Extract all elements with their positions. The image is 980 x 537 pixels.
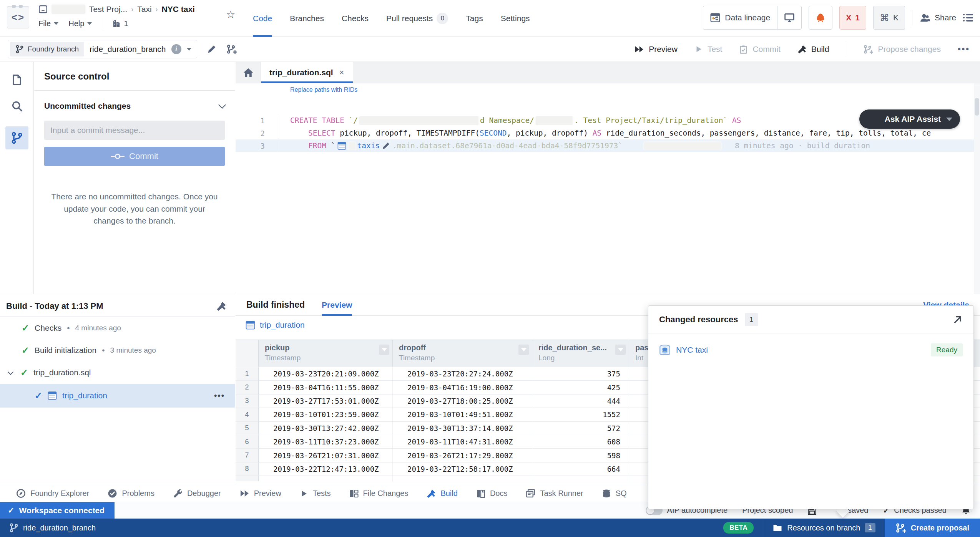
test-button[interactable]: Test	[694, 45, 723, 54]
propose-changes-button[interactable]: Propose changes	[863, 45, 940, 54]
edit-pencil-icon[interactable]	[382, 142, 390, 150]
filter-icon[interactable]	[615, 345, 626, 355]
home-tab[interactable]	[236, 62, 261, 83]
build-step-sql-file[interactable]: ✓ trip_duration.sql	[0, 361, 235, 384]
step-time: 3 minutes ago	[110, 346, 156, 355]
help-menu[interactable]: Help	[68, 19, 92, 28]
tab-pull-requests[interactable]: Pull requests0	[386, 0, 448, 37]
toolbar-task-runner[interactable]: Task Runner	[517, 485, 592, 502]
branch-selector[interactable]: Foundry branch ride_duration_branch i	[8, 40, 197, 58]
create-proposal-button[interactable]: Create proposal	[885, 519, 980, 537]
chevron-down-icon[interactable]	[8, 369, 14, 375]
branch-icon	[11, 132, 23, 144]
step-time: 4 minutes ago	[75, 324, 121, 332]
data-lineage-icon	[710, 13, 720, 23]
command-palette-button[interactable]: ⌘ K	[873, 6, 905, 30]
file-menu[interactable]: File	[38, 19, 58, 28]
repository-logo-icon[interactable]: <>	[7, 6, 29, 28]
chevron-down-icon[interactable]	[946, 118, 952, 121]
book-icon	[476, 489, 485, 498]
scrollbar-thumb[interactable]	[975, 98, 979, 116]
edit-pencil-icon[interactable]	[207, 45, 216, 54]
tab-preview[interactable]: Preview	[322, 294, 352, 316]
toolbar-foundry-explorer[interactable]: Foundry Explorer	[7, 485, 98, 502]
dataset-link[interactable]: trip_duration	[260, 320, 305, 330]
hammer-icon[interactable]	[216, 301, 226, 311]
more-options-icon[interactable]: •••	[214, 391, 225, 400]
build-step-initialization[interactable]: ✓ Build initialization • 3 minutes ago	[0, 339, 235, 361]
check-icon: ✓	[8, 506, 15, 515]
more-options-icon[interactable]: •••	[958, 44, 970, 54]
uncommitted-changes-section[interactable]: Uncommitted changes	[44, 101, 225, 111]
editor-tab-trip-duration[interactable]: trip_duration.sql ×	[261, 62, 353, 83]
toolbar-tests[interactable]: Tests	[291, 485, 340, 502]
new-branch-icon[interactable]	[226, 45, 237, 54]
open-in-window-button[interactable]	[777, 6, 801, 29]
commit-button[interactable]: Commit	[44, 147, 225, 166]
commit-message-input[interactable]	[44, 121, 225, 140]
editor-scrollbar[interactable]	[974, 83, 980, 294]
source-control-rail-item[interactable]	[5, 126, 28, 149]
toolbar-preview[interactable]: Preview	[230, 485, 291, 502]
branch-status-bar: ride_duration_branch BETA Resources on b…	[0, 519, 980, 537]
error-count: 1	[855, 13, 860, 22]
toolbar-sql[interactable]: SQ	[593, 485, 636, 502]
chevron-down-icon	[54, 22, 58, 25]
filter-icon[interactable]	[518, 345, 529, 355]
toolbar-file-changes[interactable]: File Changes	[340, 485, 418, 502]
data-lineage-button[interactable]: Data lineage	[703, 6, 777, 29]
current-branch-indicator[interactable]: ride_duration_branch	[0, 523, 96, 532]
check-icon: ✓	[22, 323, 29, 333]
preview-button[interactable]: Preview	[634, 45, 678, 54]
column-header-dropoff[interactable]: dropoff Timestamp	[393, 340, 532, 367]
double-play-icon	[239, 489, 249, 498]
commit-button-top[interactable]: Commit	[739, 45, 780, 54]
debug-connector-button[interactable]	[809, 6, 832, 30]
column-header-pickup[interactable]: pickup Timestamp	[259, 340, 393, 367]
table-icon	[246, 320, 255, 330]
favorite-star-icon[interactable]: ☆	[226, 8, 235, 21]
resource-link[interactable]: NYC taxi	[676, 345, 708, 355]
build-step-checks[interactable]: ✓ Checks • 4 minutes ago	[0, 317, 235, 339]
redacted-text	[644, 142, 721, 150]
code-editor[interactable]: Replace paths with RIDs 1 CREATE TABLE `…	[236, 83, 980, 294]
chevron-down-icon[interactable]	[187, 48, 191, 51]
tab-code[interactable]: Code	[253, 0, 272, 37]
check-icon: ✓	[22, 345, 29, 356]
column-header-ride-duration[interactable]: ride_duration_se... Long	[532, 340, 629, 367]
toolbar-build[interactable]: Build	[417, 485, 467, 502]
database-icon	[602, 489, 611, 498]
filter-icon[interactable]	[379, 345, 389, 355]
toolbar-debugger[interactable]: Debugger	[164, 485, 230, 502]
hammer-icon	[427, 489, 436, 498]
files-icon[interactable]	[11, 74, 23, 86]
toolbar-docs[interactable]: Docs	[467, 485, 517, 502]
breadcrumb-project[interactable]: Test Proj...	[89, 5, 127, 14]
resources-on-branch-button[interactable]: Resources on branch 1	[763, 519, 885, 537]
tab-branches[interactable]: Branches	[290, 0, 324, 37]
chevron-down-icon	[87, 22, 92, 25]
toolbar-problems[interactable]: Problems	[98, 485, 163, 502]
build-button-top[interactable]: Build	[797, 45, 829, 54]
plug-icon	[815, 12, 826, 23]
share-button[interactable]: Share	[919, 13, 956, 23]
changed-resources-panel: Changed resources 1 NYC taxi Ready	[648, 305, 974, 509]
search-icon[interactable]	[11, 100, 23, 112]
taxis-dataset-link[interactable]: taxis	[357, 141, 380, 150]
tab-tags[interactable]: Tags	[466, 0, 483, 37]
tab-settings[interactable]: Settings	[501, 0, 530, 37]
info-icon[interactable]: i	[171, 44, 181, 54]
errors-button[interactable]: X 1	[839, 6, 866, 30]
header-actions: Data lineage X 1 ⌘ K Share	[703, 5, 973, 30]
organization-indicator[interactable]: 1	[112, 19, 128, 28]
replace-paths-codelens[interactable]: Replace paths with RIDs	[290, 86, 357, 93]
ask-aip-assist-button[interactable]: Ask AIP Assist	[859, 109, 960, 129]
tab-checks[interactable]: Checks	[342, 0, 369, 37]
workspace-connected-badge[interactable]: ✓ Workspace connected	[0, 502, 115, 519]
menu-list-icon[interactable]	[963, 14, 973, 22]
close-icon[interactable]: ×	[339, 68, 344, 78]
open-arrow-icon[interactable]	[953, 315, 963, 325]
build-step-trip-duration[interactable]: ✓ trip_duration •••	[0, 384, 235, 408]
changed-resource-row[interactable]: NYC taxi Ready	[648, 333, 973, 366]
breadcrumb-folder[interactable]: Taxi	[137, 5, 151, 14]
